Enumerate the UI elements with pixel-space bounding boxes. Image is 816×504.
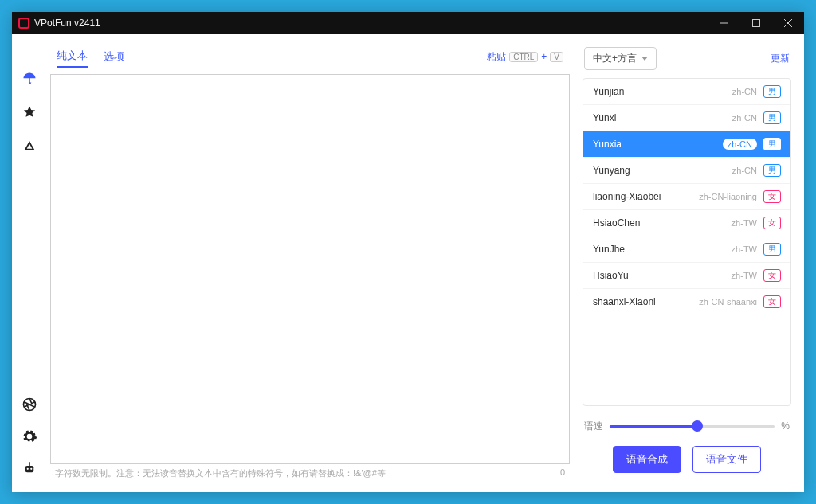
hint-row: 字符数无限制。注意：无法读音替换文本中含有的特殊符号，如有请替换成：!&'@#等… [50, 464, 570, 479]
gender-badge: 男 [763, 164, 781, 177]
umbrella-icon[interactable] [22, 71, 37, 87]
voice-item[interactable]: Yunyangzh-CN男 [583, 158, 790, 184]
tabs-row: 纯文本 选项 粘贴 CTRL + V [50, 44, 570, 69]
slider-label: 语速 [584, 420, 603, 433]
voice-locale: zh-CN-shaanxi [699, 297, 757, 307]
voice-locale: zh-CN [732, 166, 757, 175]
voice-name: HsiaoYu [593, 270, 732, 281]
voice-locale: zh-CN [732, 87, 757, 96]
filter-row: 中文+方言 更新 [583, 44, 791, 78]
voice-item[interactable]: Yunxiazh-CN男 [583, 131, 790, 158]
svg-point-9 [29, 462, 30, 463]
gear-icon[interactable] [22, 428, 37, 444]
filter-label: 中文+方言 [593, 52, 637, 65]
gender-badge: 女 [763, 295, 781, 308]
synthesize-button[interactable]: 语音合成 [613, 446, 681, 473]
voice-name: Yunjian [593, 86, 732, 97]
editor-pane: 纯文本 选项 粘贴 CTRL + V 字符数无限制。注意：无法读音替换文本中含有… [50, 44, 570, 479]
app-icon [18, 18, 29, 29]
voice-name: Yunyang [593, 165, 732, 176]
right-pane: 中文+方言 更新 Yunjianzh-CN男Yunxizh-CN男Yunxiaz… [583, 44, 791, 479]
tab-options[interactable]: 选项 [104, 46, 124, 67]
voice-name: YunJhe [593, 244, 732, 255]
hint-text: 字符数无限制。注意：无法读音替换文本中含有的特殊符号，如有请替换成：!&'@#等 [55, 467, 386, 479]
svg-point-7 [30, 468, 32, 470]
minimize-button[interactable] [708, 12, 740, 34]
voice-item[interactable]: Yunxizh-CN男 [583, 105, 790, 131]
voice-item[interactable]: HsiaoChenzh-TW女 [583, 210, 790, 236]
window-title: VPotFun v2411 [34, 18, 100, 29]
slider-unit: % [781, 420, 790, 432]
voice-item[interactable]: shaanxi-Xiaonizh-CN-shaanxi女 [583, 289, 790, 315]
speed-slider[interactable] [610, 419, 775, 433]
paste-label: 粘贴 [487, 50, 506, 64]
voice-name: HsiaoChen [593, 217, 732, 229]
gender-badge: 男 [763, 138, 781, 150]
gender-badge: 男 [763, 85, 781, 98]
triangle-icon[interactable] [22, 138, 37, 154]
main-area: 纯文本 选项 粘贴 CTRL + V 字符数无限制。注意：无法读音替换文本中含有… [47, 34, 804, 492]
star-icon[interactable] [22, 104, 37, 120]
text-cursor [167, 145, 167, 158]
language-filter[interactable]: 中文+方言 [584, 47, 657, 70]
svg-rect-5 [26, 466, 34, 472]
tab-text[interactable]: 纯文本 [57, 45, 88, 68]
voice-locale: zh-CN [732, 113, 757, 123]
voice-locale: zh-CN-liaoning [699, 192, 757, 201]
gender-badge: 女 [763, 269, 781, 282]
chevron-down-icon [641, 57, 648, 61]
voice-name: Yunxi [593, 112, 732, 123]
gender-badge: 男 [763, 111, 781, 124]
maximize-button[interactable] [740, 12, 772, 34]
kbd-v: V [550, 52, 563, 62]
title-bar[interactable]: VPotFun v2411 [12, 12, 804, 34]
close-button[interactable] [772, 12, 804, 34]
svg-point-6 [27, 468, 29, 470]
robot-icon[interactable] [22, 460, 37, 476]
speed-slider-row: 语速 % [583, 416, 791, 443]
save-file-button[interactable]: 语音文件 [692, 446, 761, 473]
char-count: 0 [560, 467, 565, 479]
app-window: VPotFun v2411 [12, 12, 804, 492]
window-body: 纯文本 选项 粘贴 CTRL + V 字符数无限制。注意：无法读音替换文本中含有… [12, 34, 804, 492]
voice-name: Yunxia [593, 139, 723, 150]
voice-item[interactable]: YunJhezh-TW男 [583, 236, 790, 263]
kbd-ctrl: CTRL [509, 52, 538, 62]
gender-badge: 女 [763, 190, 781, 203]
sidebar [12, 34, 47, 492]
aperture-icon[interactable] [22, 397, 37, 412]
paste-hint[interactable]: 粘贴 CTRL + V [487, 50, 563, 64]
voice-name: shaanxi-Xiaoni [593, 296, 699, 307]
kbd-plus: + [541, 51, 547, 62]
voice-item[interactable]: Yunjianzh-CN男 [583, 79, 790, 105]
text-input[interactable] [50, 74, 570, 464]
button-row: 语音合成 语音文件 [583, 443, 791, 479]
voice-locale: zh-TW [732, 218, 757, 228]
svg-rect-1 [753, 20, 760, 27]
voice-locale: zh-TW [732, 271, 757, 280]
voice-item[interactable]: HsiaoYuzh-TW女 [583, 263, 790, 289]
voice-item[interactable]: liaoning-Xiaobeizh-CN-liaoning女 [583, 184, 790, 210]
gender-badge: 男 [763, 243, 781, 256]
voice-locale: zh-CN [723, 139, 757, 150]
voice-locale: zh-TW [732, 244, 757, 254]
refresh-link[interactable]: 更新 [771, 52, 790, 65]
voice-name: liaoning-Xiaobei [593, 191, 699, 202]
gender-badge: 女 [763, 217, 781, 229]
voice-list[interactable]: Yunjianzh-CN男Yunxizh-CN男Yunxiazh-CN男Yuny… [583, 78, 791, 406]
